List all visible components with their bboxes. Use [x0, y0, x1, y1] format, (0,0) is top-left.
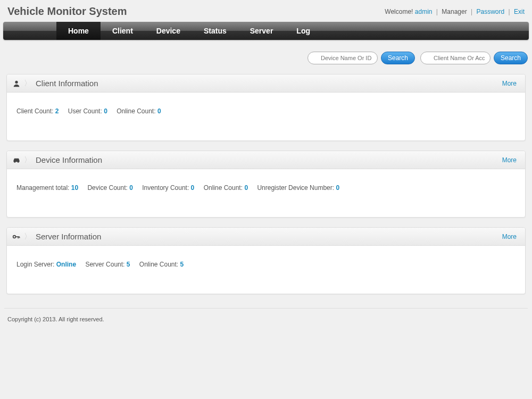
- stat-label: Device Count:: [87, 184, 127, 192]
- stat-label: Unregister Device Number:: [257, 184, 334, 192]
- stat-value: 0: [104, 107, 107, 115]
- tab-status[interactable]: Status: [192, 22, 238, 40]
- stat-value: Online: [56, 261, 76, 268]
- stat-label: Client Count:: [16, 107, 53, 115]
- svg-point-4: [15, 80, 18, 83]
- tab-server[interactable]: Server: [238, 22, 285, 40]
- search-row: Search Search: [0, 40, 532, 64]
- svg-point-5: [14, 161, 15, 162]
- stat-label: Inventory Count:: [142, 184, 189, 192]
- panel-header: 〉 Server Information More: [7, 228, 525, 246]
- device-search-button[interactable]: Search: [381, 52, 415, 64]
- stat-value: 0: [336, 184, 339, 192]
- stat-label: Management total:: [16, 184, 69, 192]
- panel-title: Server Information: [36, 232, 101, 241]
- tab-log[interactable]: Log: [285, 22, 322, 40]
- client-info-panel: 〉 Client Information More Client Count: …: [6, 74, 526, 141]
- stat-label: Login Server:: [16, 261, 54, 268]
- panel-header: 〉 Client Information More: [7, 74, 525, 93]
- tab-home[interactable]: Home: [56, 22, 101, 40]
- panel-body: Login Server: Online Server Count: 5 Onl…: [7, 246, 525, 294]
- device-info-panel: 〉 Device Information More Management tot…: [6, 151, 526, 218]
- device-search-group: Search: [307, 52, 415, 64]
- stat-value: 2: [55, 107, 59, 115]
- server-info-panel: 〉 Server Information More Login Server: …: [6, 227, 526, 294]
- navbar: Home Client Device Status Server Log: [3, 22, 529, 40]
- separator: |: [436, 8, 438, 15]
- userbar: Welcome! admin | Manager | Password | Ex…: [385, 8, 525, 15]
- chevron-right-icon: 〉: [24, 232, 31, 242]
- app-title: Vehicle Monitor System: [7, 5, 127, 18]
- stat-value: 5: [180, 261, 184, 268]
- welcome-label: Welcome!: [385, 8, 413, 15]
- header: Vehicle Monitor System Welcome! admin | …: [0, 0, 532, 22]
- stat-label: User Count:: [68, 107, 102, 115]
- person-icon: [12, 79, 21, 88]
- chevron-right-icon: 〉: [24, 79, 31, 88]
- car-icon: [12, 156, 21, 164]
- svg-point-6: [18, 161, 19, 162]
- tab-client[interactable]: Client: [101, 22, 145, 40]
- panel-title: Device Information: [36, 155, 102, 164]
- user-link[interactable]: admin: [415, 8, 433, 15]
- key-icon: [12, 232, 21, 241]
- panel-body: Client Count: 2 User Count: 0 Online Cou…: [7, 93, 525, 140]
- stat-value: 5: [127, 261, 130, 268]
- password-link[interactable]: Password: [476, 8, 504, 15]
- stat-label: Online Count:: [117, 107, 155, 115]
- more-link[interactable]: More: [499, 233, 520, 240]
- client-search-group: Search: [420, 52, 528, 64]
- manager-link[interactable]: Manager: [442, 8, 467, 15]
- stat-label: Online Count:: [204, 184, 243, 192]
- stat-value: 0: [129, 184, 133, 192]
- stat-value: 0: [157, 107, 161, 115]
- tab-device[interactable]: Device: [145, 22, 192, 40]
- device-search-input[interactable]: [307, 52, 378, 64]
- svg-point-7: [13, 235, 16, 238]
- separator: |: [471, 8, 472, 15]
- client-search-input[interactable]: [420, 52, 491, 64]
- stat-value: 0: [191, 184, 195, 192]
- more-link[interactable]: More: [499, 156, 520, 164]
- stat-label: Server Count:: [85, 261, 124, 268]
- stat-value: 0: [244, 184, 248, 192]
- panel-body: Management total: 10 Device Count: 0 Inv…: [7, 169, 525, 217]
- panel-header: 〉 Device Information More: [7, 151, 525, 169]
- exit-link[interactable]: Exit: [514, 8, 525, 15]
- chevron-right-icon: 〉: [24, 155, 31, 165]
- stat-value: 10: [71, 184, 78, 192]
- stat-label: Online Count:: [139, 261, 178, 268]
- footer: Copyright (c) 2013. All right reserved.: [0, 309, 532, 330]
- separator: |: [509, 8, 510, 15]
- client-search-button[interactable]: Search: [494, 52, 528, 64]
- panel-title: Client Information: [36, 79, 98, 88]
- more-link[interactable]: More: [499, 80, 520, 87]
